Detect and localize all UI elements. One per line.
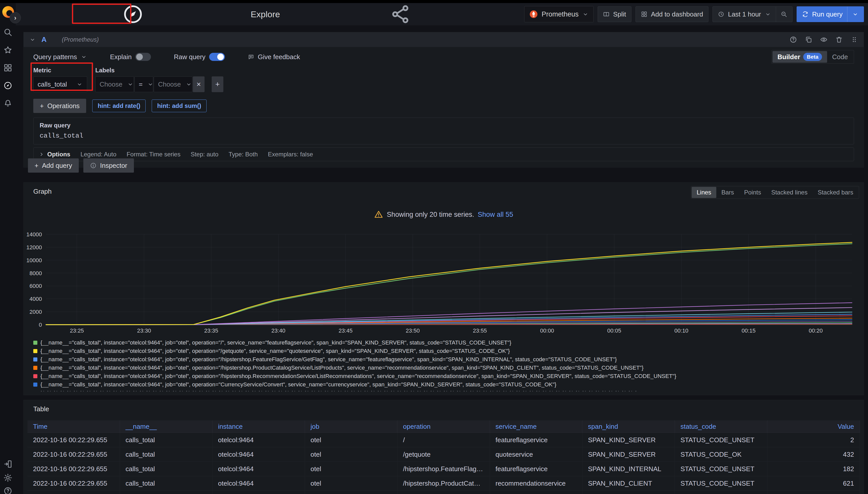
graph-mode-stacked-bars[interactable]: Stacked bars	[813, 187, 858, 198]
legend-item[interactable]: {__name__="calls_total", instance="otelc…	[33, 338, 860, 347]
delete-query-trash-icon[interactable]	[835, 36, 843, 43]
run-query-button[interactable]: Run query	[797, 6, 864, 22]
option-exemplars: Exemplars: false	[268, 151, 313, 158]
column-header-instance[interactable]: instance	[213, 420, 305, 433]
graph-mode-lines[interactable]: Lines	[692, 187, 716, 198]
option-step: Step: auto	[191, 151, 218, 158]
sidebar-item-starred[interactable]	[3, 45, 13, 55]
legend-item[interactable]: {__name__="calls_total", instance="otelc…	[33, 347, 860, 355]
disable-query-eye-icon[interactable]	[820, 36, 828, 43]
add-label-filter-button[interactable]: +	[212, 76, 223, 92]
remove-label-filter-button[interactable]: ×	[193, 76, 204, 92]
sidebar-item-help[interactable]	[3, 487, 13, 494]
query-patterns-dropdown[interactable]: Query patterns	[33, 53, 87, 61]
time-series-chart[interactable]: 0200040006000800010000120001400023:2523:…	[24, 230, 864, 335]
show-all-series-link[interactable]: Show all 55	[478, 211, 513, 218]
gear-icon	[3, 473, 13, 482]
raw-query-toggle-label: Raw query	[174, 53, 205, 61]
drag-handle-icon[interactable]	[850, 36, 858, 43]
dashboards-icon	[3, 63, 13, 72]
graph-mode-stacked-lines[interactable]: Stacked lines	[766, 187, 813, 198]
column-header-job[interactable]: job	[305, 420, 397, 433]
sidebar-item-settings[interactable]	[3, 473, 13, 482]
query-options-row[interactable]: Options Legend: Auto Format: Time series…	[33, 148, 854, 161]
query-hint-button-0[interactable]: hint: add rate()	[92, 99, 146, 112]
chevron-down-icon	[76, 81, 83, 88]
operations-button[interactable]: + Operations	[33, 99, 86, 113]
sidebar-expand-button[interactable]: ›	[10, 12, 21, 23]
duplicate-query-icon[interactable]	[805, 36, 812, 43]
table-cell-__name__: calls_total	[120, 447, 213, 461]
label-value-select[interactable]: Choose	[154, 76, 192, 92]
x-axis-tick: 00:10	[674, 327, 688, 334]
table-cell-Time: 2022-10-16 00:22:29.655	[28, 462, 120, 476]
legend-item[interactable]: {__name__="calls_total", instance="otelc…	[33, 363, 860, 372]
explain-toggle[interactable]	[135, 53, 151, 61]
sidebar-item-alerting[interactable]	[3, 99, 13, 108]
split-button[interactable]: Split	[598, 6, 631, 22]
graph-mode-points[interactable]: Points	[739, 187, 766, 198]
legend-item[interactable]: {__name__="calls_total", instance="otelc…	[33, 380, 860, 388]
builder-tab[interactable]: Builder Beta	[773, 51, 827, 63]
legend-item[interactable]: {__name__="calls_total", instance="otelc…	[33, 355, 860, 363]
query-hint-button-1[interactable]: hint: add sum()	[152, 99, 206, 112]
table-cell-span_kind: SPAN_KIND_SERVER	[582, 491, 675, 494]
metric-select[interactable]: calls_total	[33, 76, 87, 92]
table-cell-instance: otelcol:9464	[213, 476, 305, 491]
series-color-swatch	[33, 383, 37, 387]
add-to-dashboard-button[interactable]: Add to dashboard	[635, 6, 708, 22]
clock-icon	[718, 11, 724, 18]
add-query-button[interactable]: + Add query	[28, 158, 79, 173]
table-row[interactable]: 2022-10-16 00:22:29.655calls_totalotelco…	[28, 476, 860, 491]
chevron-down-icon	[127, 81, 134, 88]
query-ref-id: A	[41, 36, 47, 44]
query-row-header[interactable]: A (Prometheus)	[24, 32, 864, 47]
sidebar-item-explore[interactable]	[3, 81, 13, 90]
metric-value: calls_total	[38, 80, 67, 88]
prometheus-icon	[529, 10, 538, 19]
graph-mode-bars[interactable]: Bars	[716, 187, 739, 198]
table-cell-service_name: recommendationservice	[490, 476, 582, 491]
table-panel: Table Time__name__instancejoboperationse…	[23, 400, 864, 494]
collapse-chevron-icon[interactable]	[29, 36, 36, 43]
table-cell-status_code: STATUS_CODE_UNSET	[675, 433, 767, 447]
column-header-__name__[interactable]: __name__	[120, 420, 213, 433]
table-cell-operation: /getquote	[397, 447, 490, 461]
column-header-span_kind[interactable]: span_kind	[582, 420, 675, 433]
table-cell-instance: otelcol:9464	[213, 491, 305, 494]
table-cell-service_name: recommendationservice	[490, 491, 582, 494]
label-key-select[interactable]: Choose	[95, 76, 134, 92]
share-icon[interactable]	[287, 3, 514, 25]
sidebar-item-sign-in[interactable]	[3, 459, 13, 469]
table-cell-Value: 621	[767, 491, 860, 494]
sidebar-item-dashboards[interactable]	[3, 63, 13, 72]
column-header-operation[interactable]: operation	[397, 420, 490, 433]
label-operator-select[interactable]: =	[134, 76, 153, 92]
give-feedback-link[interactable]: Give feedback	[248, 53, 300, 61]
y-axis-tick: 10000	[26, 257, 42, 264]
sidebar-item-search[interactable]	[3, 28, 13, 37]
table-row[interactable]: 2022-10-16 00:22:29.655calls_totalotelco…	[28, 447, 860, 462]
datasource-picker[interactable]: Prometheus	[524, 6, 594, 22]
label-value-placeholder: Choose	[158, 80, 181, 88]
graph-panel: Graph LinesBarsPointsStacked linesStacke…	[23, 182, 864, 395]
table-row[interactable]: 2022-10-16 00:22:29.655calls_totalotelco…	[28, 462, 860, 476]
raw-query-toggle[interactable]	[209, 53, 225, 61]
column-header-Time[interactable]: Time	[28, 420, 120, 433]
table-header-row: Time__name__instancejoboperationservice_…	[28, 420, 860, 433]
graph-panel-title: Graph	[33, 188, 52, 195]
zoom-out-icon[interactable]	[781, 11, 787, 18]
column-header-Value[interactable]: Value	[767, 420, 860, 433]
code-tab[interactable]: Code	[827, 51, 853, 63]
column-header-service_name[interactable]: service_name	[490, 420, 582, 433]
inspector-button[interactable]: Inspector	[83, 158, 134, 173]
legend-item[interactable]: {__name__="calls_total", instance="otelc…	[33, 372, 860, 380]
chevron-down-icon	[147, 81, 154, 88]
time-range-picker[interactable]: Last 1 hour	[712, 6, 793, 22]
table-row[interactable]: 2022-10-16 00:22:29.655calls_totalotelco…	[28, 433, 860, 447]
table-row[interactable]: 2022-10-16 00:22:29.655calls_totalotelco…	[28, 491, 860, 494]
table-cell-status_code: STATUS_CODE_OK	[675, 447, 767, 461]
column-header-status_code[interactable]: status_code	[675, 420, 767, 433]
table-cell-Time: 2022-10-16 00:22:29.655	[28, 491, 120, 494]
query-help-icon[interactable]	[790, 36, 797, 43]
